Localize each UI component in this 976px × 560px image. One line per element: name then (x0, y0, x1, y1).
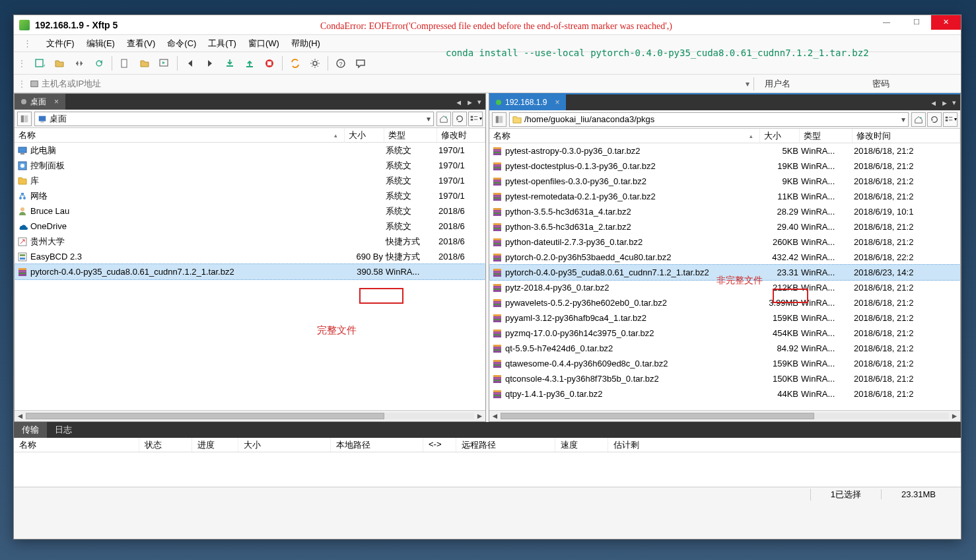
tab-list-icon[interactable]: ▾ (476, 98, 483, 106)
maximize-button[interactable]: ☐ (901, 15, 931, 30)
remote-path-input-wrapper[interactable]: ▾ (509, 112, 909, 127)
col-mtime[interactable]: 修改时 (437, 128, 485, 142)
menu-file[interactable]: 文件(F) (41, 36, 80, 52)
tab-desktop[interactable]: 桌面 × (15, 94, 65, 110)
sync-button[interactable] (288, 56, 302, 71)
dropdown-arrow-icon[interactable]: ▾ (901, 115, 905, 124)
menu-command[interactable]: 命令(C) (162, 36, 201, 52)
refresh-button[interactable] (452, 112, 467, 126)
tab-prev-icon[interactable]: ◄ (454, 98, 464, 106)
transfer-list[interactable] (14, 452, 961, 487)
dropdown-arrow-icon[interactable]: ▾ (742, 79, 753, 88)
dropdown-arrow-icon[interactable]: ▾ (427, 114, 431, 123)
col-type[interactable]: 类型 (384, 128, 437, 142)
col-name[interactable]: 名称▴ (15, 128, 345, 142)
stop-button[interactable] (262, 56, 277, 71)
file-row[interactable]: pytest-openfiles-0.3.0-py36_0.tar.bz29KB… (489, 174, 960, 189)
file-row[interactable]: pywavelets-0.5.2-py36he602eb0_0.tar.bz23… (489, 295, 960, 310)
transfer-home-button[interactable] (911, 112, 926, 127)
local-file-list[interactable]: 此电脑系统文1970/1控制面板系统文1970/1库系统文1970/1网络系统文… (15, 143, 485, 410)
view-options-button[interactable]: ▾ (468, 112, 483, 126)
file-row[interactable]: OneDrive系统文2018/6 (15, 219, 485, 234)
file-row[interactable]: 此电脑系统文1970/1 (15, 143, 485, 158)
refresh-button[interactable] (927, 112, 942, 127)
close-button[interactable]: ✕ (931, 15, 961, 30)
col-type[interactable]: 类型 (800, 129, 853, 143)
toggle-tree-button[interactable] (17, 112, 32, 126)
menu-tools[interactable]: 工具(T) (203, 36, 242, 52)
file-row[interactable]: EasyBCD 2.3690 By快捷方式2018/6 (15, 249, 485, 264)
chat-button[interactable] (353, 56, 368, 71)
back-button[interactable] (183, 56, 197, 71)
tcol-eta[interactable]: 估计剩 (608, 438, 961, 452)
file-row[interactable]: Bruce Lau系统文2018/6 (15, 203, 485, 219)
upload-button[interactable] (242, 56, 257, 71)
tab-transfer[interactable]: 传输 (14, 422, 47, 438)
file-row[interactable]: python-dateutil-2.7.3-py36_0.tar.bz2260K… (489, 234, 960, 250)
run-button[interactable] (157, 56, 172, 71)
file-row[interactable]: pytest-doctestplus-0.1.3-py36_0.tar.bz21… (489, 158, 960, 174)
file-row[interactable]: pyzmq-17.0.0-py36h14c3975_0.tar.bz2454KB… (489, 326, 960, 341)
file-row[interactable]: 网络系统文1970/1 (15, 188, 485, 203)
file-row[interactable]: qtconsole-4.3.1-py36h8f73b5b_0.tar.bz215… (489, 371, 960, 386)
file-row[interactable]: pytest-astropy-0.3.0-py36_0.tar.bz25KBWi… (489, 143, 960, 158)
tcol-remote[interactable]: 远程路径 (456, 438, 555, 452)
tab-list-icon[interactable]: ▾ (951, 98, 958, 107)
scroll-right-icon[interactable]: ► (949, 411, 960, 421)
new-file-button[interactable] (118, 56, 132, 71)
tcol-name[interactable]: 名称 (14, 438, 139, 452)
scroll-left-icon[interactable]: ◄ (15, 411, 26, 421)
file-row[interactable]: pytorch-0.2.0-py36h53baedd_4cu80.tar.bz2… (489, 250, 960, 265)
minimize-button[interactable]: — (872, 15, 901, 30)
local-path-input-wrapper[interactable]: ▾ (34, 112, 434, 126)
col-mtime[interactable]: 修改时间 (853, 129, 960, 143)
transfer-home-button[interactable] (436, 112, 451, 126)
menu-window[interactable]: 窗口(W) (243, 36, 285, 52)
menu-edit[interactable]: 编辑(E) (81, 36, 120, 52)
col-size[interactable]: 大小 (345, 128, 384, 142)
col-size[interactable]: 大小 (760, 129, 800, 143)
new-tab-button[interactable]: + (32, 56, 47, 71)
remote-path-input[interactable] (524, 114, 899, 124)
disconnect-button[interactable] (72, 56, 87, 71)
tab-next-icon[interactable]: ► (940, 99, 950, 107)
file-row[interactable]: 控制面板系统文1970/1 (15, 158, 485, 173)
remote-hscroll[interactable]: ◄ ► (489, 410, 960, 421)
scroll-right-icon[interactable]: ► (474, 411, 485, 421)
tcol-size[interactable]: 大小 (238, 438, 331, 452)
file-row[interactable]: python-3.5.5-hc3d631a_4.tar.bz228.29WinR… (489, 204, 960, 219)
tcol-local[interactable]: 本地路径 (331, 438, 423, 452)
local-hscroll[interactable]: ◄ ► (15, 410, 485, 421)
scroll-left-icon[interactable]: ◄ (489, 411, 501, 421)
file-row[interactable]: pytest-remotedata-0.2.1-py36_0.tar.bz211… (489, 189, 960, 204)
menu-view[interactable]: 查看(V) (122, 36, 160, 52)
reconnect-button[interactable] (92, 56, 106, 71)
file-row[interactable]: pytorch-0.4.0-py35_cuda8.0.61_cudnn7.1.2… (15, 264, 485, 279)
file-row[interactable]: qtpy-1.4.1-py36_0.tar.bz244KBWinRA...201… (489, 386, 960, 402)
file-row[interactable]: qtawesome-0.4.4-py36h609ed8c_0.tar.bz215… (489, 356, 960, 371)
tcol-progress[interactable]: 进度 (192, 438, 238, 452)
toggle-tree-button[interactable] (492, 112, 506, 127)
file-row[interactable]: pyyaml-3.12-py36hafb9ca4_1.tar.bz2159KBW… (489, 310, 960, 326)
view-options-button[interactable]: ▾ (943, 112, 958, 127)
tab-next-icon[interactable]: ► (465, 98, 475, 106)
tab-close-icon[interactable]: × (555, 98, 559, 107)
tab-remote-host[interactable]: 192.168.1.9 × (489, 94, 566, 110)
tcol-speed[interactable]: 速度 (555, 438, 608, 452)
local-path-input[interactable] (50, 114, 424, 123)
settings-button[interactable] (308, 56, 322, 71)
username-input[interactable] (796, 79, 862, 88)
forward-button[interactable] (203, 56, 217, 71)
download-button[interactable] (223, 56, 237, 71)
file-row[interactable]: 库系统文1970/1 (15, 173, 485, 188)
new-folder-button[interactable] (137, 56, 152, 71)
menu-help[interactable]: 帮助(H) (286, 36, 326, 52)
file-row[interactable]: python-3.6.5-hc3d631a_2.tar.bz229.40WinR… (489, 219, 960, 234)
file-row[interactable]: qt-5.9.5-h7e424d6_0.tar.bz284.92WinRA...… (489, 341, 960, 356)
open-button[interactable] (52, 56, 67, 71)
host-input[interactable] (42, 79, 742, 88)
help-button[interactable]: ? (333, 56, 348, 71)
tab-log[interactable]: 日志 (47, 422, 80, 438)
password-input[interactable] (895, 79, 961, 88)
col-name[interactable]: 名称▴ (489, 129, 760, 143)
